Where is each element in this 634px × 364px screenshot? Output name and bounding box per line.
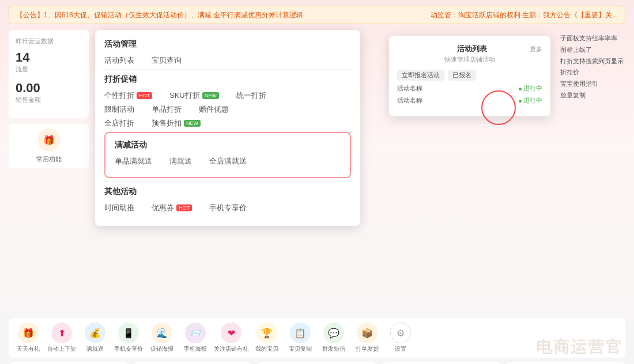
notice-5: · 放量复制 [556,90,625,101]
announcement-right: 动监管：淘宝活跃店铺的权利 生源：我方公告《【重要】关... [319,10,618,20]
func-sms[interactable]: 💬 群发短信 [319,323,349,353]
item-mobile-special[interactable]: 手机专享价 [209,203,247,213]
func-icon-mobile-poster: 📨 [185,323,206,343]
item-product-search[interactable]: 宝贝查询 [152,55,182,66]
func-icon-mobile-price: 📱 [118,323,139,343]
item-limited-activity[interactable]: 限制活动 [104,104,134,115]
discount-items-row2: 限制活动 单品打折 赠件优惠 [104,104,351,115]
other-activity-items: 时间助推 优惠券 HOT 手机专享价 [104,203,351,213]
circle-highlight [481,90,516,125]
func-icon-follow-gift: ❤ [221,323,241,343]
notice-1: · 子面板支持组率率率 [556,33,625,44]
content-area: 昨日营运数据 14 流量 0.00 销售金额 🎁 常用功能 [0,30,634,359]
item-single-full-gift[interactable]: 单品满就送 [115,156,152,166]
announcement-left: 【公告】1、因618大促、促销活动（仅生效大促活动价）、满减 金平行满减优惠分摊… [16,10,315,20]
badge-new-sku: NEW [202,92,219,99]
traffic-value: 14 [16,50,82,65]
settings-icon: ⚙ [390,323,411,343]
func-label-tiantian: 天天有礼 [17,345,40,353]
notice-4: · 宝宝使用指引 [556,78,625,90]
item-personal-discount[interactable]: 个性打折 HOT [104,90,152,101]
badge-new-presale: NEW [184,120,201,127]
sales-value: 0.00 [16,81,82,96]
func-order-ship[interactable]: 📦 打单发货 [352,323,382,353]
traffic-label: 流量 [16,65,82,74]
act-btn-signed[interactable]: 已报名 [448,70,476,81]
func-icon-product-copy: 📋 [290,323,311,343]
func-tiantian[interactable]: 🎁 天天有礼 [13,323,43,353]
traffic-stat: 14 流量 [16,50,82,74]
func-label-sms: 群发短信 [322,345,345,353]
main-content: 活动管理 活动列表 宝贝查询 打折促销 个性打折 HOT SKU打折 NEW [95,30,550,359]
item-sku-discount[interactable]: SKU打折 NEW [169,90,219,101]
func-label-mobile-poster: 手机海报 [184,345,207,353]
section-full-reduction: 满减活动 [115,140,341,150]
func-label-settings: 设置 [395,345,406,353]
item-coupon[interactable]: 优惠券 HOT [152,203,192,213]
func-icon-tiantian: 🎁 [18,323,39,343]
act-status-3: ● 进行中 [518,96,542,105]
function-row-container: 🎁 天天有礼 ⬆ 自动上下架 💰 满就送 📱 手机专享价 🌊 促销海报 📨 [0,318,634,358]
func-follow-gift[interactable]: ❤ 关注店铺有礼 [214,323,248,353]
section-activity-mgmt: 活动管理 [104,39,351,50]
func-icon-autoupdown: ⬆ [51,323,72,343]
func-label-follow-gift: 关注店铺有礼 [214,345,248,353]
func-icon-poster: 🌊 [152,323,172,343]
func-product-copy[interactable]: 📋 宝贝复制 [285,323,315,353]
item-unified-discount[interactable]: 统一打折 [236,90,266,101]
right-notices: · 子面板支持组率率率 · 图标上线了 · 打折支持搜索列页显示折扣价 · 宝宝… [556,30,625,359]
activity-row-3: 活动名称 ● 进行中 [397,96,542,105]
func-mobile-poster[interactable]: 📨 手机海报 [180,323,210,353]
func-label-manjusong: 满就送 [86,345,104,353]
func-manjusong[interactable]: 💰 满就送 [80,323,110,353]
item-gift[interactable]: 赠件优惠 [199,104,229,115]
activity-popup: 活动列表 更多 快速管理店铺活动 立即报名活动 已报名 活动名称 ● 进行中 活… [389,36,550,116]
quick-func-label: 常用功能 [36,155,62,164]
func-label-my-product: 我的宝贝 [255,345,278,353]
item-full-gift[interactable]: 满就送 [169,156,192,166]
function-row: 🎁 天天有礼 ⬆ 自动上下架 💰 满就送 📱 手机专享价 🌊 促销海报 📨 [9,318,625,358]
func-settings[interactable]: ⚙ 设置 [386,323,416,353]
activity-row-2: 活动名称 ● 进行中 [397,84,542,93]
func-mobile-price[interactable]: 📱 手机专享价 [114,323,144,353]
dropdown-menu: 活动管理 活动列表 宝贝查询 打折促销 个性打折 HOT SKU打折 NEW [95,30,360,226]
quick-func-icon: 🎁 [37,128,61,151]
func-label-autoupdown: 自动上下架 [47,345,76,353]
func-poster[interactable]: 🌊 促销海报 [147,323,177,353]
popup-subtitle: 快速管理店铺活动 [397,55,542,64]
badge-hot-personal: HOT [137,92,152,99]
func-my-product[interactable]: 🏆 我的宝贝 [252,323,282,353]
announcement-bar: 【公告】1、因618大促、促销活动（仅生效大促活动价）、满减 金平行满减优惠分摊… [9,6,625,24]
activity-mgmt-items: 活动列表 宝贝查询 [104,55,351,66]
item-store-full-gift[interactable]: 全店满就送 [209,156,247,166]
func-autoupdown[interactable]: ⬆ 自动上下架 [47,323,77,353]
item-time-gift[interactable]: 时间助推 [104,203,134,213]
func-label-mobile-price: 手机专享价 [114,345,143,353]
activity-row-1: 立即报名活动 已报名 [397,70,542,81]
full-reduction-items: 单品满就送 满就送 全店满就送 [115,156,341,166]
stats-title: 昨日营运数据 [16,37,82,46]
full-reduction-section: 满减活动 单品满就送 满就送 全店满就送 [104,132,351,178]
discount-items-row1: 个性打折 HOT SKU打折 NEW 统一打折 [104,90,351,101]
left-panel: 昨日营运数据 14 流量 0.00 销售金额 🎁 常用功能 [9,30,89,359]
func-label-poster: 促销海报 [150,345,173,353]
quick-func-box: 🎁 常用功能 [9,124,89,168]
stats-box: 昨日营运数据 14 流量 0.00 销售金额 [9,30,89,118]
popup-title: 活动列表 [457,44,487,54]
func-icon-my-product: 🏆 [256,323,277,343]
section-other-activities: 其他活动 [104,187,351,197]
item-presale-discount[interactable]: 预售折扣 NEW [152,118,201,128]
act-status-2: ● 进行中 [518,84,542,93]
item-single-discount[interactable]: 单品打折 [152,104,182,115]
popup-more-btn[interactable]: 更多 [530,45,542,54]
discount-items-row3: 全店打折 预售折扣 NEW [104,118,351,128]
func-label-order-ship: 打单发货 [356,345,379,353]
notice-2: · 图标上线了 [556,44,625,56]
func-icon-sms: 💬 [323,323,344,343]
badge-hot-coupon: HOT [176,204,192,211]
item-activity-list[interactable]: 活动列表 [104,55,134,66]
act-btn-1[interactable]: 立即报名活动 [397,70,444,81]
notice-3: · 打折支持搜索列页显示折扣价 [556,56,625,79]
item-store-discount[interactable]: 全店打折 [104,118,134,128]
section-discount: 打折促销 [104,74,351,85]
